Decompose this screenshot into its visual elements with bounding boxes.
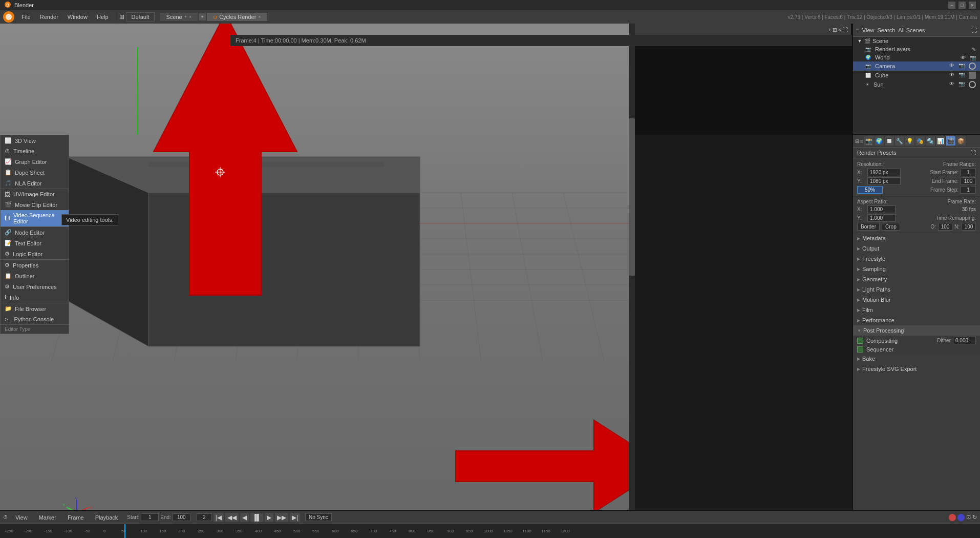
blender-icon[interactable] [3,11,14,23]
window-menu[interactable]: Window [63,13,92,21]
end-frame-input[interactable]: 100 [961,177,976,185]
record-btn[interactable] [949,514,956,521]
step-back-btn[interactable]: ◀◀ [225,513,239,522]
outliner-item-world[interactable]: 🌍 World 👁 📷 [853,53,980,61]
freestyle-section[interactable]: ▶ Freestyle [853,254,980,264]
editor-userprefs[interactable]: ⚙ User Preferences [1,281,69,292]
dither-input[interactable]: 0.000 [953,337,976,344]
editor-logic[interactable]: ⚙ Logic Editor [1,249,69,259]
editor-videoseq[interactable]: 🎞 Video Sequence Editor [1,210,69,226]
editor-python[interactable]: >_ Python Console [1,314,69,324]
editor-dope[interactable]: 📋 Dope Sheet [1,167,69,178]
prop-icon10[interactable]: 📊 [936,136,945,146]
workspace-label[interactable]: Default [126,12,155,22]
editor-text[interactable]: 📝 Text Editor [1,238,69,249]
tab-scene[interactable]: Scene + × [160,13,198,21]
editor-info[interactable]: ℹ Info [1,292,69,303]
prop-icon9[interactable]: 🔩 [926,136,935,146]
close-button[interactable]: × [969,2,976,9]
editor-filebrowser[interactable]: 📁 File Browser [1,303,69,314]
editor-properties[interactable]: ⚙ Properties [1,260,69,271]
remap-o-input[interactable]: 100 [938,223,952,231]
outliner-item-sun[interactable]: ☀ Sun 👁 📷 [853,80,980,89]
outliner-expand-scene[interactable]: ▼ [857,38,862,44]
motionblur-section[interactable]: ▶ Motion Blur [853,295,980,305]
metadata-section[interactable]: ▶ Metadata [853,233,980,243]
timeline-marker-menu[interactable]: Marker [35,513,60,522]
maximize-button[interactable]: □ [958,2,966,9]
step-fwd-btn[interactable]: ▶▶ [275,513,288,522]
outliner-item-cube[interactable]: ⬜ Cube 👁 📷 [853,71,980,80]
outliner-item-scene[interactable]: ▼ 🎬 Scene [853,37,980,45]
prop-icon5[interactable]: 🔲 [885,136,894,146]
aspect-y-input[interactable]: 1.000 [867,214,896,222]
render-add-icon[interactable]: + [828,27,831,33]
frame-step-input[interactable]: 1 [961,186,976,194]
tab-scene-x[interactable]: × [189,14,191,19]
jump-end-btn[interactable]: ▶| [290,513,300,522]
editor-graph[interactable]: 📈 Graph Editor [1,156,69,167]
tab-scene-close[interactable]: + [184,14,187,19]
file-menu[interactable]: File [17,13,35,21]
timeline-playback-menu[interactable]: Playback [91,513,122,522]
prop-icon8[interactable]: 🎭 [915,136,925,146]
performance-section[interactable]: ▶ Performance [853,315,980,325]
outliner-scenes-menu[interactable]: All Scenes [898,27,925,33]
freestyle-svg-section[interactable]: ▶ Freestyle SVG Export [853,364,980,374]
editor-nla[interactable]: 🎵 NLA Editor [1,178,69,189]
render-expand-icon[interactable]: ⛶ [842,27,848,33]
play-back-btn[interactable]: ◀ [240,513,249,522]
editor-outliner[interactable]: 📋 Outliner [1,271,69,281]
res-x-input[interactable]: 1920 px [867,169,901,176]
border-btn[interactable]: Border [857,223,880,231]
prop-render-icon[interactable]: 🎬 [946,136,955,146]
tab-cycles-x[interactable]: × [258,14,261,19]
res-pct-input[interactable]: 50% [857,186,883,194]
help-menu[interactable]: Help [93,13,113,21]
editor-movieclip[interactable]: 🎬 Movie Clip Editor [1,199,69,210]
prop-icon3[interactable]: 📸 [864,136,874,146]
outliner-item-camera[interactable]: 📷 Camera 👁 📷 [853,61,980,71]
geometry-section[interactable]: ▶ Geometry [853,274,980,284]
timeline-btn2[interactable]: ↻ [972,514,977,521]
editor-node[interactable]: 🔗 Node Editor [1,227,69,238]
outliner-expand-icon[interactable]: ⛶ [971,27,977,33]
render-grid-icon[interactable]: ⊞ [833,27,837,33]
timeline-view-menu[interactable]: View [11,513,32,522]
prop-icon1[interactable]: ⊟ [855,138,859,144]
crop-btn[interactable]: Crop [882,223,900,231]
prop-icon7[interactable]: 💡 [905,136,914,146]
prop-icon6[interactable]: 🔧 [895,136,904,146]
no-sync-btn[interactable]: No Sync [305,513,332,521]
viewport-scrollbar-thumb[interactable] [629,118,635,276]
timeline-start-input[interactable]: 1 [141,513,159,521]
tab-cycles[interactable]: ⊙ Cycles Render × [207,13,267,21]
output-section[interactable]: ▶ Output [853,243,980,254]
workspace-selector[interactable]: ⊞ Default [119,12,155,22]
timeline-frame-menu[interactable]: Frame [63,513,88,522]
add-tab-button[interactable]: + [199,13,206,20]
aspect-x-input[interactable]: 1.000 [867,205,896,213]
prop-icon12[interactable]: 📦 [956,136,966,146]
renderlayers-edit-icon[interactable]: ✎ [972,47,976,52]
play-btn[interactable]: ▶ [265,513,273,522]
sequencer-pp-checkbox[interactable] [857,346,863,353]
compositing-checkbox[interactable] [857,338,863,344]
postprocessing-header[interactable]: ▼ Post Processing [853,325,980,336]
film-section[interactable]: ▶ Film [853,305,980,315]
sampling-section[interactable]: ▶ Sampling [853,264,980,274]
viewport-scrollbar-v[interactable] [629,13,635,538]
remap-n-input[interactable]: 100 [962,223,976,231]
prop-icon4[interactable]: 🌍 [875,136,884,146]
start-frame-input[interactable]: 1 [961,169,976,176]
prop-icon2[interactable]: ≡ [860,138,863,144]
stop-btn[interactable]: ▐▌ [250,513,263,522]
res-y-input[interactable]: 1080 px [867,177,901,185]
outliner-item-renderlayers[interactable]: 📷 RenderLayers ✎ [853,45,980,53]
render-close-icon[interactable]: × [838,27,841,33]
current-frame-input[interactable]: 2 [197,513,212,521]
editor-timeline[interactable]: ⏱ Timeline [1,146,69,156]
timeline-end-input[interactable]: 100 [173,513,190,521]
timeline-btn1[interactable]: ⊡ [966,514,971,521]
render-menu[interactable]: Render [36,13,62,21]
